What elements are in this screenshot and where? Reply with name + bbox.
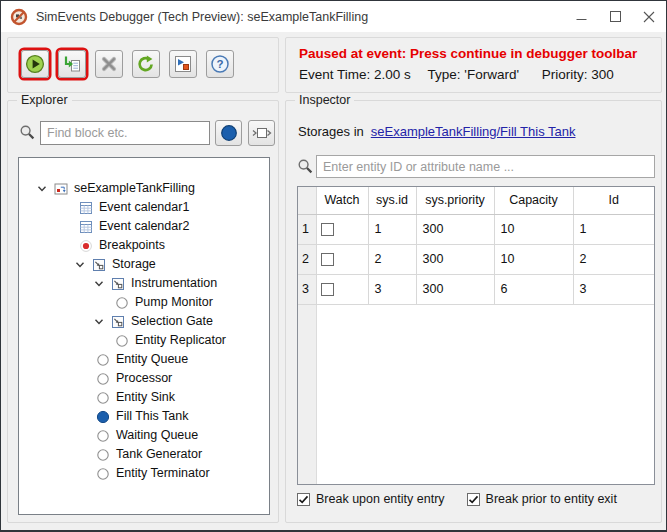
stop-icon	[99, 54, 119, 74]
break-prior-exit-checkbox[interactable]	[467, 493, 480, 506]
calendar-icon	[79, 220, 93, 234]
circle-icon	[96, 372, 110, 386]
column-header-watch[interactable]: Watch	[316, 187, 368, 214]
circle-selected-icon	[96, 410, 110, 424]
paused-message: Paused at event: Press continue in debug…	[299, 46, 648, 61]
tree-item-entity-terminator[interactable]: Entity Terminator	[19, 464, 269, 483]
tree-item-tank-generator[interactable]: Tank Generator	[19, 445, 269, 464]
run-icon	[25, 54, 45, 74]
entity-filter-input[interactable]	[316, 155, 655, 178]
column-header-capacity[interactable]: Capacity	[494, 187, 573, 214]
help-button[interactable]: ?	[206, 50, 234, 78]
search-icon	[297, 158, 314, 175]
tree-item-seexampletankfilling[interactable]: seExampleTankFilling	[19, 179, 269, 198]
cell-sys-id: 2	[368, 244, 416, 274]
storages-label: Storages in	[298, 124, 364, 139]
chevron-down-icon[interactable]	[94, 317, 104, 327]
cell-capacity: 10	[494, 244, 573, 274]
event-time: Event Time: 2.00 s	[299, 67, 411, 82]
circle-icon	[96, 429, 110, 443]
search-icon	[19, 124, 36, 141]
tree-item-storage[interactable]: Storage	[19, 255, 269, 274]
window-controls	[564, 1, 666, 32]
circle-icon	[96, 391, 110, 405]
highlight-selected-button[interactable]	[215, 120, 242, 146]
tree-item-label: Entity Queue	[116, 350, 188, 369]
tree-item-label: Entity Replicator	[135, 331, 226, 350]
tree-item-label: Event calendar1	[99, 198, 189, 217]
toolbar-buttons: ?	[8, 38, 278, 78]
find-block-input[interactable]	[40, 121, 210, 145]
subsystem-icon	[111, 315, 125, 329]
show-block-icon	[173, 54, 193, 74]
close-button[interactable]	[632, 1, 666, 32]
minimize-button[interactable]	[564, 1, 598, 32]
show-block-button[interactable]	[169, 50, 197, 78]
model-tree[interactable]: seExampleTankFillingEvent calendar1Event…	[18, 157, 270, 515]
blue-circle-icon	[220, 124, 238, 142]
column-header-sys-id[interactable]: sys.id	[368, 187, 416, 214]
maximize-button[interactable]	[598, 1, 632, 32]
show-in-model-button[interactable]	[248, 120, 275, 146]
tree-item-label: Fill This Tank	[116, 407, 188, 426]
close-icon	[643, 11, 655, 23]
circle-icon	[96, 353, 110, 367]
tree-item-fill-this-tank[interactable]: Fill This Tank	[19, 407, 269, 426]
table-row: 22300102	[298, 244, 654, 274]
chevron-down-icon[interactable]	[94, 279, 104, 289]
cell-sys-id: 3	[368, 274, 416, 304]
tree-item-pump-monitor[interactable]: Pump Monitor	[19, 293, 269, 312]
run-button[interactable]	[21, 50, 49, 78]
watch-cell	[316, 244, 368, 274]
tree-item-label: Tank Generator	[116, 445, 202, 464]
column-header-id[interactable]: Id	[573, 187, 654, 214]
tree-item-label: Event calendar2	[99, 217, 189, 236]
watch-checkbox[interactable]	[321, 253, 334, 266]
step-button[interactable]	[58, 50, 86, 78]
tree-item-waiting-queue[interactable]: Waiting Queue	[19, 426, 269, 445]
event-info: Event Time: 2.00 s Type: 'Forward' Prior…	[299, 67, 648, 82]
circle-icon	[96, 467, 110, 481]
explorer-title: Explorer	[17, 93, 72, 107]
tree-item-label: Waiting Queue	[116, 426, 198, 445]
tree-item-processor[interactable]: Processor	[19, 369, 269, 388]
tree-item-breakpoints[interactable]: Breakpoints	[19, 236, 269, 255]
simevents-debugger-window: SimEvents Debugger (Tech Preview): seExa…	[0, 0, 667, 532]
row-number: 2	[298, 244, 316, 274]
continue-button[interactable]	[132, 50, 160, 78]
stop-button[interactable]	[95, 50, 123, 78]
break-upon-entry-label: Break upon entity entry	[316, 492, 445, 506]
circle-icon	[96, 448, 110, 462]
row-number: 3	[298, 274, 316, 304]
tree-item-label: Pump Monitor	[135, 293, 213, 312]
tree-item-selection-gate[interactable]: Selection Gate	[19, 312, 269, 331]
chevron-down-icon[interactable]	[37, 184, 47, 194]
cell-sys-priority: 300	[416, 244, 494, 274]
continue-icon	[136, 54, 156, 74]
tree-item-entity-queue[interactable]: Entity Queue	[19, 350, 269, 369]
table-row: 3330063	[298, 274, 654, 304]
tree-item-event-calendar2[interactable]: Event calendar2	[19, 217, 269, 236]
inspector-title: Inspector	[295, 93, 354, 107]
tree-item-entity-replicator[interactable]: Entity Replicator	[19, 331, 269, 350]
tree-item-event-calendar1[interactable]: Event calendar1	[19, 198, 269, 217]
tree-item-instrumentation[interactable]: Instrumentation	[19, 274, 269, 293]
maximize-icon	[610, 11, 621, 22]
table-row: 11300101	[298, 214, 654, 244]
watch-checkbox[interactable]	[321, 283, 334, 296]
model-icon	[54, 182, 68, 196]
watch-cell	[316, 274, 368, 304]
break-upon-entry-checkbox[interactable]	[297, 493, 310, 506]
block-port-icon	[252, 125, 272, 141]
column-header-sys-priority[interactable]: sys.priority	[416, 187, 494, 214]
tree-item-entity-sink[interactable]: Entity Sink	[19, 388, 269, 407]
step-icon	[62, 54, 82, 74]
minimize-icon	[576, 11, 587, 22]
cell-sys-priority: 300	[416, 214, 494, 244]
storages-block-link[interactable]: seExampleTankFilling/Fill This Tank	[371, 124, 576, 139]
tree-item-label: Entity Terminator	[116, 464, 210, 483]
cell-capacity: 10	[494, 214, 573, 244]
tree-item-label: Storage	[112, 255, 156, 274]
watch-checkbox[interactable]	[321, 223, 334, 236]
chevron-down-icon[interactable]	[75, 260, 85, 270]
